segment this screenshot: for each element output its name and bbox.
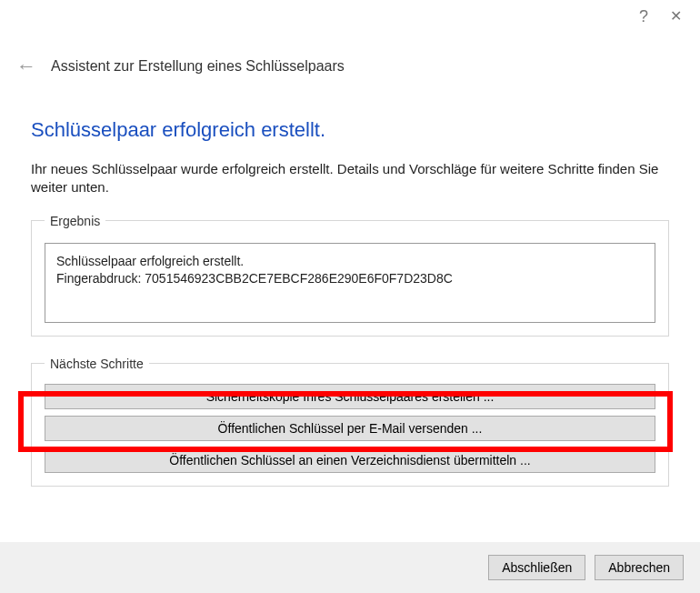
help-icon[interactable]: ? [639,8,648,25]
finish-button[interactable]: Abschließen [488,555,585,580]
result-group: Ergebnis Schlüsselpaar erfolgreich erste… [31,214,669,337]
assistant-title: Assistent zur Erstellung eines Schlüssel… [51,58,345,75]
cancel-button[interactable]: Abbrechen [595,555,684,580]
titlebar: ? ✕ [0,0,700,29]
next-steps-legend: Nächste Schritte [45,357,149,371]
wizard-header: ← Assistent zur Erstellung eines Schlüss… [0,29,700,93]
next-steps-group: Nächste Schritte Sicherheitskopie Ihres … [31,357,669,487]
backup-keypair-button[interactable]: Sicherheitskopie Ihres Schlüsselpaares e… [45,384,655,409]
back-arrow-icon[interactable]: ← [16,56,36,76]
page-heading: Schlüsselpaar erfolgreich erstellt. [31,93,669,160]
result-textbox[interactable]: Schlüsselpaar erfolgreich erstellt. Fing… [45,243,655,323]
result-fingerprint-text: Fingerabdruck: 7051546923CBB2CE7EBCF286E… [56,270,644,288]
content-area: Schlüsselpaar erfolgreich erstellt. Ihr … [0,93,700,487]
dialog-button-bar: Abschließen Abbrechen [0,542,700,593]
next-steps-buttons: Sicherheitskopie Ihres Schlüsselpaares e… [45,371,655,473]
result-success-text: Schlüsselpaar erfolgreich erstellt. [56,253,644,271]
result-legend: Ergebnis [45,214,105,228]
upload-public-key-directory-button[interactable]: Öffentlichen Schlüssel an einen Verzeich… [45,447,655,473]
close-icon[interactable]: ✕ [670,9,682,24]
send-public-key-email-button[interactable]: Öffentlichen Schlüssel per E-Mail versen… [45,416,655,441]
page-description: Ihr neues Schlüsselpaar wurde erfolgreic… [31,160,669,214]
